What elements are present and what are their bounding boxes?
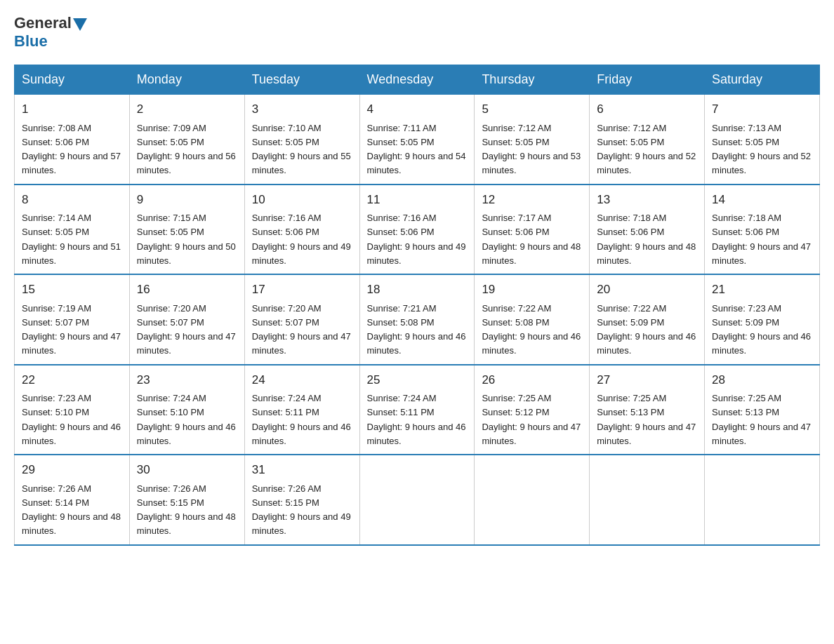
header-tuesday: Tuesday bbox=[244, 65, 359, 95]
calendar-cell: 22 Sunrise: 7:23 AMSunset: 5:10 PMDaylig… bbox=[15, 365, 130, 455]
day-number: 5 bbox=[482, 100, 582, 119]
day-info: Sunrise: 7:14 AMSunset: 5:05 PMDaylight:… bbox=[22, 213, 121, 266]
day-number: 15 bbox=[22, 281, 122, 299]
day-info: Sunrise: 7:26 AMSunset: 5:15 PMDaylight:… bbox=[137, 483, 236, 537]
day-info: Sunrise: 7:25 AMSunset: 5:13 PMDaylight:… bbox=[712, 393, 811, 446]
calendar-cell: 4 Sunrise: 7:11 AMSunset: 5:05 PMDayligh… bbox=[359, 95, 475, 185]
day-info: Sunrise: 7:26 AMSunset: 5:14 PMDaylight:… bbox=[22, 483, 121, 537]
day-number: 12 bbox=[482, 191, 582, 209]
calendar-cell: 5 Sunrise: 7:12 AMSunset: 5:05 PMDayligh… bbox=[475, 95, 590, 185]
day-info: Sunrise: 7:11 AMSunset: 5:05 PMDaylight:… bbox=[367, 123, 466, 176]
day-number: 23 bbox=[137, 371, 237, 389]
day-number: 29 bbox=[22, 461, 122, 479]
day-number: 7 bbox=[712, 100, 812, 119]
day-number: 11 bbox=[367, 191, 468, 209]
day-info: Sunrise: 7:25 AMSunset: 5:12 PMDaylight:… bbox=[482, 393, 581, 446]
calendar-header-row: SundayMondayTuesdayWednesdayThursdayFrid… bbox=[15, 65, 820, 95]
calendar-cell: 25 Sunrise: 7:24 AMSunset: 5:11 PMDaylig… bbox=[359, 365, 475, 455]
calendar-cell: 27 Sunrise: 7:25 AMSunset: 5:13 PMDaylig… bbox=[590, 365, 705, 455]
day-info: Sunrise: 7:22 AMSunset: 5:09 PMDaylight:… bbox=[597, 303, 696, 356]
day-info: Sunrise: 7:16 AMSunset: 5:06 PMDaylight:… bbox=[367, 213, 466, 266]
header-saturday: Saturday bbox=[705, 65, 820, 95]
calendar-cell: 15 Sunrise: 7:19 AMSunset: 5:07 PMDaylig… bbox=[15, 274, 130, 365]
day-number: 3 bbox=[252, 100, 352, 119]
day-number: 30 bbox=[137, 461, 237, 479]
day-info: Sunrise: 7:20 AMSunset: 5:07 PMDaylight:… bbox=[252, 303, 351, 356]
logo: General Blue bbox=[14, 14, 88, 51]
day-info: Sunrise: 7:20 AMSunset: 5:07 PMDaylight:… bbox=[137, 303, 236, 356]
calendar-cell: 11 Sunrise: 7:16 AMSunset: 5:06 PMDaylig… bbox=[359, 185, 475, 275]
calendar-week-row: 8 Sunrise: 7:14 AMSunset: 5:05 PMDayligh… bbox=[15, 185, 820, 275]
day-number: 1 bbox=[22, 100, 122, 119]
day-number: 13 bbox=[597, 191, 697, 209]
day-info: Sunrise: 7:12 AMSunset: 5:05 PMDaylight:… bbox=[597, 123, 696, 176]
calendar-cell bbox=[359, 455, 475, 545]
header-sunday: Sunday bbox=[15, 65, 130, 95]
day-info: Sunrise: 7:10 AMSunset: 5:05 PMDaylight:… bbox=[252, 123, 351, 176]
day-number: 16 bbox=[137, 281, 237, 299]
calendar-cell: 23 Sunrise: 7:24 AMSunset: 5:10 PMDaylig… bbox=[129, 365, 244, 455]
day-info: Sunrise: 7:15 AMSunset: 5:05 PMDaylight:… bbox=[137, 213, 236, 266]
day-number: 8 bbox=[22, 191, 122, 209]
day-number: 6 bbox=[597, 100, 697, 119]
day-info: Sunrise: 7:25 AMSunset: 5:13 PMDaylight:… bbox=[597, 393, 696, 446]
header-wednesday: Wednesday bbox=[359, 65, 475, 95]
calendar-week-row: 15 Sunrise: 7:19 AMSunset: 5:07 PMDaylig… bbox=[15, 274, 820, 365]
calendar-cell: 9 Sunrise: 7:15 AMSunset: 5:05 PMDayligh… bbox=[129, 185, 244, 275]
calendar-cell: 10 Sunrise: 7:16 AMSunset: 5:06 PMDaylig… bbox=[244, 185, 359, 275]
day-number: 21 bbox=[712, 281, 812, 299]
logo-blue-text: Blue bbox=[14, 32, 48, 51]
day-number: 19 bbox=[482, 281, 582, 299]
day-info: Sunrise: 7:18 AMSunset: 5:06 PMDaylight:… bbox=[597, 213, 696, 266]
day-number: 4 bbox=[367, 100, 468, 119]
calendar-cell: 2 Sunrise: 7:09 AMSunset: 5:05 PMDayligh… bbox=[129, 95, 244, 185]
calendar-table: SundayMondayTuesdayWednesdayThursdayFrid… bbox=[14, 65, 820, 546]
calendar-week-row: 29 Sunrise: 7:26 AMSunset: 5:14 PMDaylig… bbox=[15, 455, 820, 545]
calendar-cell bbox=[590, 455, 705, 545]
calendar-cell: 28 Sunrise: 7:25 AMSunset: 5:13 PMDaylig… bbox=[705, 365, 820, 455]
calendar-week-row: 1 Sunrise: 7:08 AMSunset: 5:06 PMDayligh… bbox=[15, 95, 820, 185]
logo-triangle-icon bbox=[73, 18, 87, 31]
header-friday: Friday bbox=[590, 65, 705, 95]
day-info: Sunrise: 7:23 AMSunset: 5:09 PMDaylight:… bbox=[712, 303, 811, 356]
day-info: Sunrise: 7:08 AMSunset: 5:06 PMDaylight:… bbox=[22, 123, 121, 176]
page-header: General Blue bbox=[14, 14, 820, 51]
header-thursday: Thursday bbox=[475, 65, 590, 95]
calendar-cell: 12 Sunrise: 7:17 AMSunset: 5:06 PMDaylig… bbox=[475, 185, 590, 275]
calendar-cell: 30 Sunrise: 7:26 AMSunset: 5:15 PMDaylig… bbox=[129, 455, 244, 545]
calendar-cell: 17 Sunrise: 7:20 AMSunset: 5:07 PMDaylig… bbox=[244, 274, 359, 365]
day-info: Sunrise: 7:22 AMSunset: 5:08 PMDaylight:… bbox=[482, 303, 581, 356]
calendar-cell: 13 Sunrise: 7:18 AMSunset: 5:06 PMDaylig… bbox=[590, 185, 705, 275]
calendar-cell: 29 Sunrise: 7:26 AMSunset: 5:14 PMDaylig… bbox=[15, 455, 130, 545]
calendar-cell: 18 Sunrise: 7:21 AMSunset: 5:08 PMDaylig… bbox=[359, 274, 475, 365]
day-number: 26 bbox=[482, 371, 582, 389]
day-number: 28 bbox=[712, 371, 812, 389]
calendar-week-row: 22 Sunrise: 7:23 AMSunset: 5:10 PMDaylig… bbox=[15, 365, 820, 455]
day-info: Sunrise: 7:19 AMSunset: 5:07 PMDaylight:… bbox=[22, 303, 121, 356]
day-info: Sunrise: 7:13 AMSunset: 5:05 PMDaylight:… bbox=[712, 123, 811, 176]
day-info: Sunrise: 7:26 AMSunset: 5:15 PMDaylight:… bbox=[252, 483, 351, 537]
day-number: 31 bbox=[252, 461, 352, 479]
day-info: Sunrise: 7:23 AMSunset: 5:10 PMDaylight:… bbox=[22, 393, 121, 446]
day-number: 17 bbox=[252, 281, 352, 299]
calendar-cell bbox=[705, 455, 820, 545]
day-number: 27 bbox=[597, 371, 697, 389]
calendar-cell: 16 Sunrise: 7:20 AMSunset: 5:07 PMDaylig… bbox=[129, 274, 244, 365]
day-info: Sunrise: 7:24 AMSunset: 5:10 PMDaylight:… bbox=[137, 393, 236, 446]
header-monday: Monday bbox=[129, 65, 244, 95]
calendar-cell bbox=[475, 455, 590, 545]
day-number: 18 bbox=[367, 281, 468, 299]
day-number: 22 bbox=[22, 371, 122, 389]
day-info: Sunrise: 7:24 AMSunset: 5:11 PMDaylight:… bbox=[367, 393, 466, 446]
calendar-cell: 3 Sunrise: 7:10 AMSunset: 5:05 PMDayligh… bbox=[244, 95, 359, 185]
calendar-cell: 1 Sunrise: 7:08 AMSunset: 5:06 PMDayligh… bbox=[15, 95, 130, 185]
calendar-cell: 20 Sunrise: 7:22 AMSunset: 5:09 PMDaylig… bbox=[590, 274, 705, 365]
day-info: Sunrise: 7:21 AMSunset: 5:08 PMDaylight:… bbox=[367, 303, 466, 356]
day-info: Sunrise: 7:18 AMSunset: 5:06 PMDaylight:… bbox=[712, 213, 811, 266]
calendar-cell: 8 Sunrise: 7:14 AMSunset: 5:05 PMDayligh… bbox=[15, 185, 130, 275]
day-number: 24 bbox=[252, 371, 352, 389]
day-number: 2 bbox=[137, 100, 237, 119]
calendar-cell: 14 Sunrise: 7:18 AMSunset: 5:06 PMDaylig… bbox=[705, 185, 820, 275]
day-info: Sunrise: 7:12 AMSunset: 5:05 PMDaylight:… bbox=[482, 123, 581, 176]
calendar-cell: 24 Sunrise: 7:24 AMSunset: 5:11 PMDaylig… bbox=[244, 365, 359, 455]
